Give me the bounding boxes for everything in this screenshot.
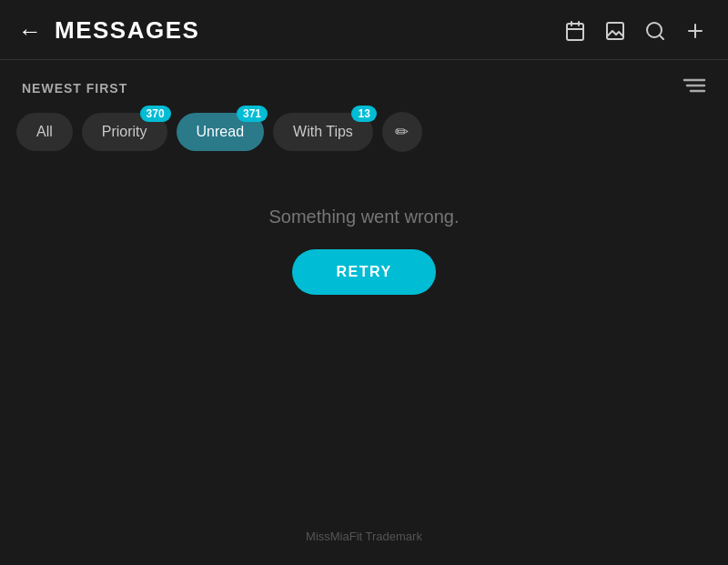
tab-unread[interactable]: 371 Unread bbox=[177, 113, 264, 151]
tab-priority[interactable]: 370 Priority bbox=[82, 113, 167, 151]
header: ← MESSAGES bbox=[0, 0, 728, 60]
tab-priority-label: Priority bbox=[102, 124, 147, 139]
priority-badge: 370 bbox=[140, 106, 171, 122]
edit-tab-button[interactable]: ✏ bbox=[382, 112, 422, 152]
sort-bar: NEWEST FIRST bbox=[0, 60, 728, 112]
calendar-icon[interactable] bbox=[564, 20, 586, 42]
tab-all[interactable]: All bbox=[16, 113, 73, 151]
footer-text: MissMiaFit Trademark bbox=[306, 530, 422, 543]
error-message: Something went wrong. bbox=[268, 207, 459, 227]
page-title: MESSAGES bbox=[55, 16, 564, 45]
search-icon[interactable] bbox=[644, 20, 666, 42]
svg-rect-0 bbox=[567, 24, 583, 40]
tab-unread-label: Unread bbox=[197, 124, 244, 139]
svg-rect-4 bbox=[607, 23, 623, 39]
footer: MissMiaFit Trademark bbox=[0, 530, 728, 543]
header-icons bbox=[564, 20, 706, 42]
sort-label: NEWEST FIRST bbox=[22, 81, 127, 96]
tab-with-tips-label: With Tips bbox=[293, 124, 353, 139]
tab-with-tips[interactable]: 13 With Tips bbox=[273, 113, 373, 151]
image-icon[interactable] bbox=[604, 20, 626, 42]
edit-icon: ✏ bbox=[395, 122, 409, 142]
svg-line-6 bbox=[660, 35, 663, 38]
sort-icon[interactable] bbox=[682, 76, 706, 99]
add-icon[interactable] bbox=[684, 20, 706, 42]
error-container: Something went wrong. RETRY bbox=[0, 170, 728, 313]
tab-all-label: All bbox=[36, 124, 53, 139]
retry-button[interactable]: RETRY bbox=[292, 249, 435, 295]
filter-tabs: All 370 Priority 371 Unread 13 With Tips… bbox=[0, 112, 728, 170]
back-button[interactable]: ← bbox=[18, 19, 42, 43]
unread-badge: 371 bbox=[237, 106, 268, 122]
with-tips-badge: 13 bbox=[351, 106, 376, 122]
